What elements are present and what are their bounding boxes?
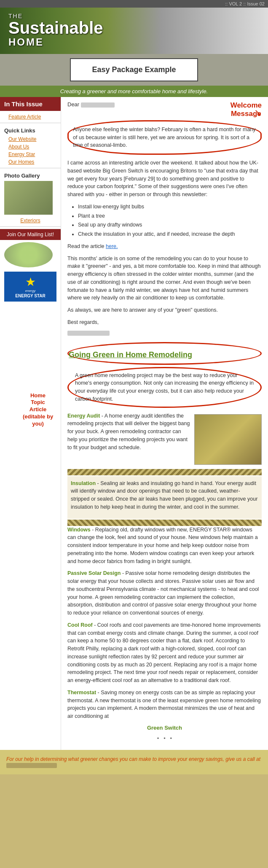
section-heading: Going Green in Home Remodeling (69, 350, 260, 359)
header-sustainable: Sustainable (8, 19, 260, 36)
home-topic-label: HomeTopicArticle(editable byyou) (17, 392, 59, 428)
windows-para: Windows - Replacing old, drafty windows … (67, 526, 262, 566)
energy-audit-term: Energy Audit (67, 413, 100, 419)
body-para-1: Anyone else feeling the winter blahs? Fe… (67, 120, 262, 155)
main-content: Welcome Message Dear ↘ Anyone else feeli… (61, 97, 268, 750)
vol-bar: :: VOL 2 :: Issue 02 (0, 0, 268, 8)
insulation-section: Insulation - Sealing air leaks and insul… (67, 476, 262, 519)
footer-text: For our help in determining what greener… (0, 752, 268, 772)
windows-text: - Replacing old, drafty windows with new… (67, 527, 258, 564)
passive-solar-text: - Passive solar home remodeling design d… (67, 570, 259, 616)
recipient-name (81, 102, 115, 108)
thermostat-term: Thermostat (67, 690, 96, 695)
body-para-4: As always, we are here to answer any of … (67, 306, 262, 314)
photo-thumbnail (4, 181, 53, 215)
insulation-term: Insulation (71, 480, 96, 486)
passive-solar-para: Passive Solar Design - Passive solar hom… (67, 569, 262, 617)
energy-star-link[interactable]: Energy Star (4, 151, 56, 158)
bullet-4: Check the insulation in your attic, and … (78, 230, 262, 238)
green-switch-label: Green Switch (147, 725, 182, 731)
body-para-3: This months' article is on some of the r… (67, 255, 262, 302)
tagline: Creating a greener and more comfortable … (0, 86, 268, 97)
body-para-2: I came across an interesting article ove… (67, 159, 262, 199)
feature-article-link[interactable]: Feature Article (4, 113, 56, 121)
windows-term: Windows (67, 527, 91, 533)
green-decoration (4, 242, 53, 267)
signature-placeholder (67, 331, 110, 336)
insulation-text: - Sealing air leaks and insulating go ha… (71, 480, 257, 510)
insulation-para: Insulation - Sealing air leaks and insul… (71, 480, 258, 511)
zigzag-border-top (67, 469, 262, 475)
thermostat-para: Thermostat - Saving money on energy cost… (67, 689, 262, 720)
exteriors-link[interactable]: Exteriors (4, 217, 56, 224)
energy-audit-section: Energy Audit - A home energy audit ident… (67, 412, 262, 469)
in-this-issue-header: In This Issue (0, 97, 61, 111)
cool-roof-text: - Cool roofs and cool pavements are time… (67, 622, 261, 683)
energy-star-label: ENERGY STAR (15, 294, 45, 298)
section-heading-container: Going Green in Home Remodeling (67, 342, 262, 365)
energy-star-icon: ★ (25, 275, 36, 289)
bullet-2: Plant a tree (78, 212, 262, 220)
easy-package-label: Easy Package Example (92, 65, 176, 74)
bullet-3: Seal up any drafty windows (78, 221, 262, 229)
cool-roof-para: Cool Roof - Cool roofs and cool pavement… (67, 621, 262, 685)
phone-placeholder (6, 763, 57, 768)
energy-star-text: energy (25, 289, 35, 293)
passive-solar-term: Passive Solar Design (67, 570, 121, 576)
join-mailing-button[interactable]: Join Our Mailing List! (0, 229, 61, 240)
footer-bg: For our help in determining what greener… (0, 750, 268, 774)
about-us-link[interactable]: About Us (4, 143, 56, 151)
money-house-image (194, 414, 262, 465)
energy-star-box: ★ energy ENERGY STAR (4, 272, 56, 302)
section-intro: A green home remodeling project may be t… (67, 367, 262, 408)
cool-roof-term: Cool Roof (67, 622, 93, 628)
section-heading-text: Going Green in Home Remodeling (69, 350, 192, 359)
best-regards: Best regards, (67, 318, 262, 326)
main-layout: In This Issue Feature Article Quick Link… (0, 97, 268, 750)
our-homes-link[interactable]: Our Homes (4, 158, 56, 166)
bullet-list: Install low-energy light bulbs Plant a t… (78, 203, 262, 238)
photo-gallery-title: Photo Gallery (4, 173, 56, 179)
here-link[interactable]: here. (106, 243, 118, 249)
our-website-link[interactable]: Our Website (4, 135, 56, 143)
quick-links-title: Quick Links (4, 127, 56, 134)
bottom-dots: • • • (67, 735, 262, 741)
zigzag-border-bottom (67, 520, 262, 526)
bullet-1: Install low-energy light bulbs (78, 203, 262, 211)
header-photo: THE Sustainable HOME (0, 8, 268, 54)
green-switch-container: Green Switch (67, 725, 262, 731)
header-home: HOME (8, 36, 260, 48)
read-article-line: Read the article here. (67, 243, 262, 251)
thermostat-text: - Saving money on energy costs can be as… (67, 690, 261, 719)
